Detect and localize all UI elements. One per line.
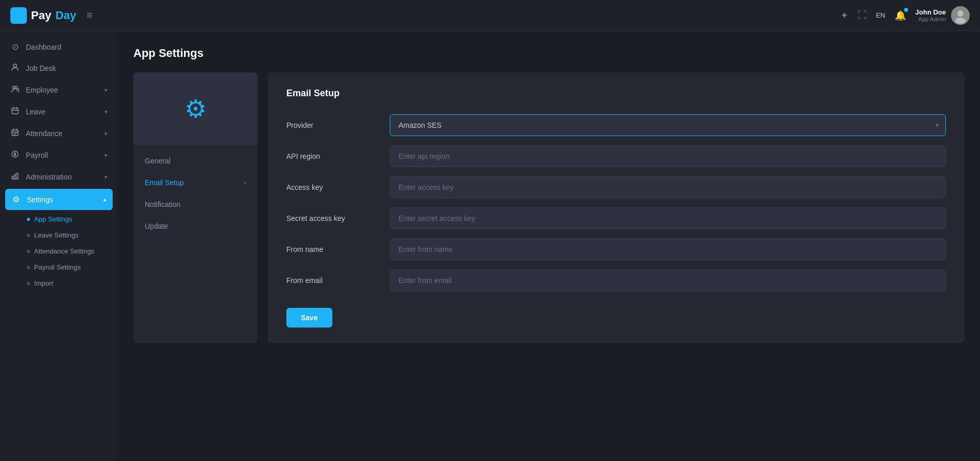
menu-arrow-icon: › <box>244 179 246 186</box>
user-info: John Doe App Admin <box>915 6 970 25</box>
active-dot <box>27 218 30 221</box>
arrow-icon: ▾ <box>104 174 108 181</box>
gear-big-icon: ⚙ <box>185 94 207 123</box>
inactive-dot <box>27 250 30 253</box>
settings-sub-menu: App Settings Leave Settings Attendance S… <box>0 211 118 291</box>
from-email-input[interactable] <box>390 270 946 291</box>
arrow-icon: ▾ <box>104 87 108 94</box>
menu-item-label: Notification <box>145 200 180 209</box>
svg-rect-11 <box>16 173 18 179</box>
sidebar-item-leave[interactable]: Leave ▾ <box>0 101 118 123</box>
form-row-secret-access-key: Secret access key <box>286 207 946 229</box>
attendance-icon <box>10 128 20 139</box>
sub-item-label: App Settings <box>34 215 72 223</box>
svg-point-2 <box>955 18 966 24</box>
sidebar-item-label: Employee <box>26 86 98 94</box>
provider-label: Provider <box>286 121 390 129</box>
sidebar-sub-item-attendance-settings[interactable]: Attendance Settings <box>27 243 118 259</box>
logo-day: Day <box>55 9 76 22</box>
save-button[interactable]: Save <box>286 308 332 328</box>
sidebar-sub-item-payroll-settings[interactable]: Payroll Settings <box>27 259 118 275</box>
form-row-provider: Provider Amazon SES SendGrid Mailgun SMT… <box>286 114 946 136</box>
from-name-input-wrapper <box>390 239 946 260</box>
sidebar-item-administration[interactable]: Administration ▾ <box>0 166 118 188</box>
from-name-label: From name <box>286 245 390 254</box>
left-panel-menu: General Email Setup › Notification Updat… <box>133 145 257 242</box>
left-menu-item-general[interactable]: General <box>133 150 257 172</box>
job-desk-icon <box>10 63 20 73</box>
left-menu-item-notification[interactable]: Notification <box>133 194 257 215</box>
sidebar-sub-item-app-settings[interactable]: App Settings <box>27 211 118 227</box>
access-key-input[interactable] <box>390 176 946 198</box>
payroll-icon <box>10 150 20 160</box>
sun-icon[interactable]: ✦ <box>840 10 848 21</box>
sidebar-item-employee[interactable]: Employee ▾ <box>0 79 118 101</box>
sidebar-item-job-desk[interactable]: Job Desk <box>0 57 118 79</box>
sidebar-item-settings[interactable]: ⚙ Settings ▴ <box>5 189 113 210</box>
page-title: App Settings <box>133 47 964 60</box>
from-email-input-wrapper <box>390 270 946 291</box>
left-menu-item-email-setup[interactable]: Email Setup › <box>133 172 257 194</box>
access-key-input-wrapper <box>390 176 946 198</box>
secret-access-key-input[interactable] <box>390 207 946 229</box>
hamburger-icon[interactable]: ≡ <box>87 9 93 21</box>
email-setup-title: Email Setup <box>286 88 946 99</box>
avatar[interactable] <box>951 6 970 25</box>
menu-item-label: Email Setup <box>145 179 183 187</box>
access-key-label: Access key <box>286 183 390 191</box>
form-row-access-key: Access key <box>286 176 946 198</box>
left-panel: ⚙ General Email Setup › Notification Upd… <box>133 72 257 343</box>
inactive-dot <box>27 266 30 269</box>
user-name: John Doe <box>915 8 946 16</box>
logo-icon: D <box>10 7 27 24</box>
logo: D PayDay <box>10 7 76 24</box>
right-panel: Email Setup Provider Amazon SES SendGrid… <box>268 72 964 343</box>
dashboard-icon: ⊙ <box>10 42 20 52</box>
settings-layout: ⚙ General Email Setup › Notification Upd… <box>133 72 964 343</box>
sidebar-item-dashboard[interactable]: ⊙ Dashboard <box>0 36 118 57</box>
sub-item-label: Import <box>34 279 53 287</box>
navbar-left: D PayDay ≡ <box>10 7 93 24</box>
settings-icon: ⚙ <box>11 195 21 204</box>
sidebar-sub-item-leave-settings[interactable]: Leave Settings <box>27 227 118 243</box>
svg-rect-7 <box>12 130 18 136</box>
navbar: D PayDay ≡ ✦ ⛶ EN 🔔 John Doe App Admin <box>0 0 980 31</box>
employee-icon <box>10 85 20 95</box>
inactive-dot <box>27 282 30 285</box>
sidebar-item-label: Job Desk <box>26 64 108 72</box>
sidebar-item-label: Administration <box>26 173 98 181</box>
arrow-icon: ▴ <box>103 196 106 203</box>
sidebar-item-label: Dashboard <box>26 43 108 51</box>
sidebar-sub-item-import[interactable]: Import <box>27 275 118 291</box>
arrow-icon: ▾ <box>104 152 108 159</box>
sidebar-item-label: Payroll <box>26 151 98 159</box>
sub-item-label: Payroll Settings <box>34 263 81 271</box>
logo-pay: Pay <box>31 9 51 22</box>
svg-rect-6 <box>12 108 18 114</box>
api-region-input[interactable] <box>390 145 946 167</box>
sidebar-item-label: Leave <box>26 108 98 116</box>
provider-select[interactable]: Amazon SES SendGrid Mailgun SMTP <box>390 114 946 136</box>
secret-access-key-label: Secret access key <box>286 214 390 222</box>
sidebar-item-label: Attendance <box>26 129 98 138</box>
sub-item-label: Attendance Settings <box>34 247 94 255</box>
arrow-icon: ▾ <box>104 109 108 115</box>
sidebar-item-attendance[interactable]: Attendance ▾ <box>0 123 118 144</box>
fullscreen-icon[interactable]: ⛶ <box>858 10 867 21</box>
svg-point-1 <box>957 10 963 17</box>
arrow-icon: ▾ <box>104 130 108 137</box>
language-button[interactable]: EN <box>876 11 885 19</box>
inactive-dot <box>27 234 30 237</box>
form-row-from-email: From email <box>286 270 946 291</box>
leave-icon <box>10 107 20 117</box>
left-menu-item-update[interactable]: Update <box>133 215 257 237</box>
content: App Settings ⚙ General Email Setup › <box>118 31 980 461</box>
sidebar-item-payroll[interactable]: Payroll ▾ <box>0 144 118 166</box>
user-text: John Doe App Admin <box>915 8 946 22</box>
from-name-input[interactable] <box>390 239 946 260</box>
api-region-label: API region <box>286 152 390 160</box>
svg-point-3 <box>13 64 17 67</box>
api-region-input-wrapper <box>390 145 946 167</box>
bell-wrapper[interactable]: 🔔 <box>895 10 906 21</box>
user-role: App Admin <box>915 16 946 22</box>
